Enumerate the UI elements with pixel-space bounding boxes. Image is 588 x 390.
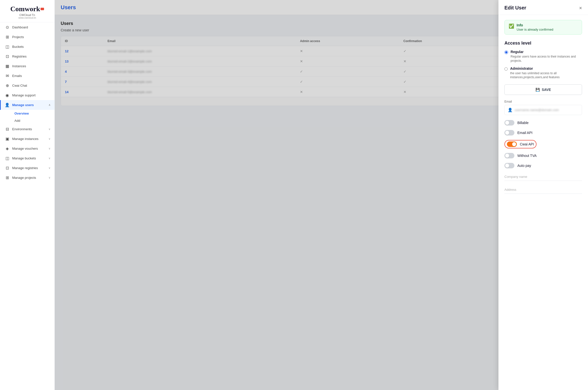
sidebar-item-emails[interactable]: ✉ Emails <box>0 71 54 81</box>
sidebar-item-registries[interactable]: ⊡ Registries <box>0 52 54 61</box>
sidebar-item-manage-vouchers[interactable]: ◈ Manage vouchers ∨ <box>0 144 54 153</box>
expand-icon: ∨ <box>49 128 50 131</box>
radio-label-regular: Regular <box>511 50 582 54</box>
sidebar-item-manage-support[interactable]: ◉ Manage support <box>0 90 54 100</box>
radio-desc-administrator: the user has unlimited access to all ins… <box>510 71 582 80</box>
check-icon: ✓ <box>300 69 303 73</box>
sidebar-item-manage-registries[interactable]: ⊡ Manage registries ∨ <box>0 163 54 173</box>
user-confirmed-cell: ✓ <box>399 77 497 87</box>
toggle-row-without-tva: Without TVA <box>504 153 582 158</box>
user-id-cell[interactable]: 14 <box>61 87 103 97</box>
logo: Comwork CWCloud Tn www.cwcloud.tn <box>0 0 54 22</box>
toggle-label-email-api: Email API <box>517 131 533 135</box>
user-id-cell[interactable]: 12 <box>61 46 103 56</box>
nav-icon-manage-users: 👤 <box>5 103 10 107</box>
nav-icon-manage-vouchers: ◈ <box>5 146 10 151</box>
sidebar-item-instances[interactable]: ▦ Instances <box>0 61 54 71</box>
panel-header: Edit User × <box>498 0 588 15</box>
user-email-value: blurred-email-1@example.com <box>107 49 152 53</box>
sidebar-item-manage-projects[interactable]: ⊞ Manage projects ∨ <box>0 173 54 183</box>
save-button[interactable]: 💾 SAVE <box>504 84 582 95</box>
sidebar-item-label: Manage vouchers <box>12 147 38 150</box>
nav-icon-cwai-chat: ⊕ <box>5 83 10 88</box>
access-level-title: Access level <box>504 41 582 46</box>
sidebar-item-cwai-chat[interactable]: ⊕ Cwai Chat <box>0 81 54 90</box>
subnav-item-overview[interactable]: Overview <box>11 110 54 117</box>
radio-label-administrator: Administrator <box>510 66 582 70</box>
cross-icon: ✕ <box>403 59 406 63</box>
cross-icon: ✕ <box>300 49 303 53</box>
table-col-confirmation: Confirmation <box>399 36 497 46</box>
panel-body: ✅ Info User is already confirmed Access … <box>498 15 588 390</box>
user-admin-cell: ✕ <box>296 56 399 66</box>
subnav-manage-users: OverviewAdd <box>0 110 54 124</box>
cwai-api-highlight: Cwai API <box>504 140 537 148</box>
radio-regular[interactable] <box>504 50 508 54</box>
sidebar-item-buckets[interactable]: ◫ Buckets <box>0 42 54 52</box>
user-id-link[interactable]: 4 <box>65 70 67 73</box>
toggle-cwai-api[interactable] <box>507 141 517 147</box>
expand-icon: ∨ <box>49 166 50 170</box>
nav-icon-projects: ⊞ <box>5 35 10 39</box>
close-button[interactable]: × <box>579 5 582 10</box>
company-name-input[interactable] <box>504 173 582 181</box>
user-confirmed-cell: ✓ <box>399 66 497 77</box>
sidebar-item-manage-buckets[interactable]: ◫ Manage buckets ∨ <box>0 153 54 163</box>
sidebar-item-environments[interactable]: ⊟ Environments ∨ <box>0 124 54 134</box>
sidebar-item-projects[interactable]: ⊞ Projects <box>0 32 54 42</box>
check-icon: ✓ <box>403 49 406 53</box>
user-id-link[interactable]: 7 <box>65 80 67 84</box>
user-confirmed-cell: ✕ <box>399 87 497 97</box>
user-email-value: blurred-email-2@example.com <box>107 60 152 63</box>
toggles-container: Billable Email API Cwai API Without TVA … <box>504 120 582 168</box>
email-label: Email <box>504 100 582 103</box>
check-icon: ✓ <box>403 69 406 73</box>
user-id-link[interactable]: 14 <box>65 90 68 94</box>
toggle-row-email-api: Email API <box>504 130 582 135</box>
toggle-without-tva[interactable] <box>504 153 514 158</box>
sidebar-item-manage-users[interactable]: 👤 Manage users ∧ <box>0 100 54 110</box>
toggle-email-api[interactable] <box>504 130 514 135</box>
user-id-link[interactable]: 12 <box>65 49 68 53</box>
toggle-billable[interactable] <box>504 120 514 126</box>
sidebar-item-label: Manage registries <box>12 166 38 170</box>
user-email-value: blurred-email-5@example.com <box>107 90 152 94</box>
sidebar: Comwork CWCloud Tn www.cwcloud.tn ⊙ Dash… <box>0 0 55 390</box>
sidebar-item-label: Manage instances <box>12 137 39 141</box>
logo-text: Comwork <box>4 5 50 13</box>
user-admin-cell: ✓ <box>296 66 399 77</box>
subnav-item-add[interactable]: Add <box>11 117 54 124</box>
radio-desc-regular: Regular users have access to their insta… <box>511 55 582 63</box>
sidebar-item-label: Buckets <box>12 45 24 49</box>
user-id-cell[interactable]: 4 <box>61 66 103 77</box>
address-input[interactable] <box>504 186 582 194</box>
user-email-value: blurred-email-3@example.com <box>107 70 152 73</box>
save-label: SAVE <box>542 88 551 92</box>
nav-icon-buckets: ◫ <box>5 44 10 49</box>
toggle-auto-pay[interactable] <box>504 163 514 168</box>
user-id-cell[interactable]: 7 <box>61 77 103 87</box>
sidebar-item-dashboard[interactable]: ⊙ Dashboard <box>0 22 54 32</box>
access-option-administrator[interactable]: Administrator the user has unlimited acc… <box>504 66 582 80</box>
access-option-regular[interactable]: Regular Regular users have access to the… <box>504 50 582 63</box>
radio-administrator[interactable] <box>504 67 508 71</box>
user-id-cell[interactable]: 13 <box>61 56 103 66</box>
edit-panel: Edit User × ✅ Info User is already confi… <box>498 0 588 390</box>
toggle-row-auto-pay: Auto pay <box>504 163 582 168</box>
nav-icon-registries: ⊡ <box>5 54 10 59</box>
user-id-link[interactable]: 13 <box>65 60 68 63</box>
sidebar-item-label: Environments <box>12 127 32 131</box>
nav-icon-manage-buckets: ◫ <box>5 156 10 161</box>
user-email-cell: blurred-email-4@example.com <box>103 77 296 87</box>
user-email-cell: blurred-email-1@example.com <box>103 46 296 56</box>
email-value: username.name@domain.com <box>515 108 559 112</box>
sidebar-item-label: Manage users <box>12 103 34 107</box>
access-level-options: Regular Regular users have access to the… <box>504 50 582 79</box>
user-email-value: blurred-email-4@example.com <box>107 80 152 84</box>
check-icon: ✓ <box>300 80 303 84</box>
company-url: www.cwcloud.tn <box>4 16 50 19</box>
nav-icon-manage-registries: ⊡ <box>5 166 10 170</box>
sidebar-item-manage-instances[interactable]: ▣ Manage instances ∨ <box>0 134 54 144</box>
sidebar-item-label: Cwai Chat <box>12 84 27 87</box>
sidebar-item-label: Manage buckets <box>12 156 36 160</box>
